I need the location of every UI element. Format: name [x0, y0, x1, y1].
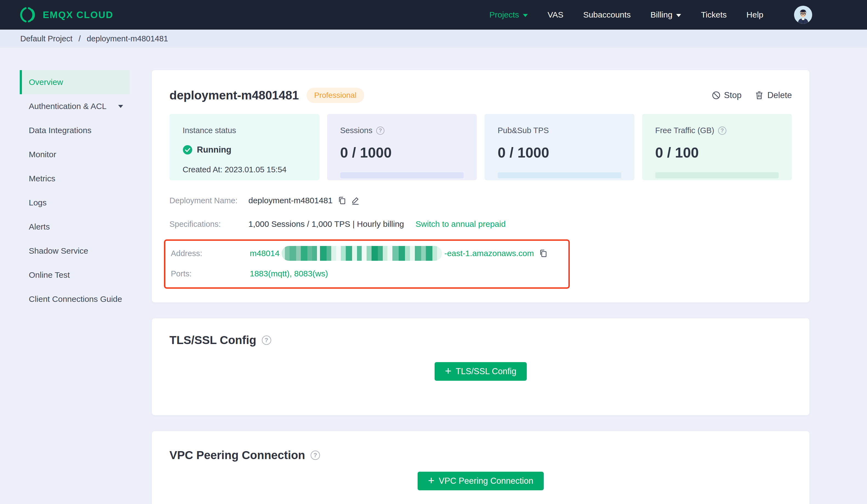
- tls-ssl-card: TLS/SSL Config ? + TLS/SSL Config: [152, 318, 810, 415]
- tps-value: 0 / 1000: [497, 144, 621, 161]
- address-redacted-mosaic: [281, 246, 442, 261]
- ports-label: Ports:: [171, 269, 250, 278]
- chevron-down-icon: [523, 14, 528, 17]
- chevron-down-icon: [676, 14, 681, 17]
- top-navbar: EMQX CLOUD Projects VAS Subaccounts Bill…: [0, 0, 867, 30]
- stop-button[interactable]: Stop: [711, 90, 742, 100]
- traffic-progressbar: [655, 172, 779, 178]
- instance-status-label: Instance status: [183, 126, 236, 135]
- tls-ssl-title: TLS/SSL Config: [170, 333, 256, 347]
- address-label: Address:: [171, 249, 250, 258]
- sidebar-item-data-integrations[interactable]: Data Integrations: [20, 118, 130, 142]
- sidebar-item-monitor[interactable]: Monitor: [20, 142, 130, 166]
- brand-name: EMQX CLOUD: [43, 9, 113, 20]
- nav-tickets[interactable]: Tickets: [701, 10, 727, 20]
- nav-help[interactable]: Help: [746, 10, 763, 20]
- vpc-peering-title: VPC Peering Connection: [170, 449, 305, 462]
- address-prefix: m48014: [250, 249, 279, 258]
- sidebar-item-overview[interactable]: Overview: [20, 70, 130, 94]
- breadcrumb-separator: /: [78, 34, 81, 43]
- help-icon[interactable]: ?: [262, 336, 271, 345]
- sidebar-item-authentication-acl[interactable]: Authentication & ACL: [20, 94, 130, 118]
- sessions-card: Sessions ? 0 / 1000: [327, 114, 477, 180]
- add-vpc-peering-button[interactable]: + VPC Peering Connection: [418, 472, 544, 490]
- breadcrumb-page: deployment-m4801481: [87, 34, 168, 43]
- vpc-peering-card: VPC Peering Connection ? + VPC Peering C…: [152, 431, 810, 504]
- deployment-overview-card: deployment-m4801481 Professional Stop De…: [152, 70, 810, 303]
- deployment-name-value: deployment-m4801481: [248, 196, 333, 205]
- ports-value: 1883(mqtt), 8083(ws): [250, 269, 328, 278]
- trash-icon: [754, 91, 764, 100]
- breadcrumb: Default Project / deployment-m4801481: [0, 30, 867, 48]
- nav-billing[interactable]: Billing: [650, 10, 681, 20]
- created-at: Created At: 2023.01.05 15:54: [183, 165, 306, 174]
- nav-subaccounts[interactable]: Subaccounts: [583, 10, 631, 20]
- copy-icon[interactable]: [539, 249, 548, 258]
- help-icon[interactable]: ?: [718, 127, 726, 135]
- chevron-down-icon: [118, 105, 123, 108]
- sidebar-item-online-test[interactable]: Online Test: [20, 263, 130, 287]
- nav-vas[interactable]: VAS: [548, 10, 564, 20]
- pubsub-tps-card: Pub&Sub TPS 0 / 1000: [484, 114, 634, 180]
- check-circle-icon: [183, 145, 192, 155]
- sidebar-item-alerts[interactable]: Alerts: [20, 215, 130, 239]
- avatar-illustration: [794, 6, 812, 24]
- traffic-value: 0 / 100: [655, 144, 779, 161]
- annotation-highlight: Address: m48014 -east-1.amazonaws.com Po…: [164, 239, 570, 289]
- edit-icon[interactable]: [351, 196, 360, 205]
- tps-progressbar: [497, 172, 621, 178]
- sessions-value: 0 / 1000: [340, 144, 464, 161]
- switch-annual-prepaid-link[interactable]: Switch to annual prepaid: [416, 219, 506, 229]
- specifications-value: 1,000 Sessions / 1,000 TPS | Hourly bill…: [248, 219, 404, 229]
- address-suffix: -east-1.amazonaws.com: [444, 249, 534, 258]
- sidebar-item-shadow-service[interactable]: Shadow Service: [20, 239, 130, 263]
- add-tls-ssl-config-button[interactable]: + TLS/SSL Config: [435, 362, 527, 381]
- sidebar: Overview Authentication & ACL Data Integ…: [0, 70, 152, 504]
- status-badge: Running: [197, 145, 232, 155]
- sidebar-item-metrics[interactable]: Metrics: [20, 166, 130, 191]
- stats-row: Instance status Running Created At: 2023…: [170, 114, 792, 180]
- help-icon[interactable]: ?: [311, 451, 320, 460]
- sidebar-item-client-connections-guide[interactable]: Client Connections Guide: [20, 287, 130, 311]
- instance-status-card: Instance status Running Created At: 2023…: [170, 114, 319, 180]
- sidebar-item-logs[interactable]: Logs: [20, 191, 130, 215]
- user-avatar[interactable]: [794, 6, 812, 24]
- specifications-label: Specifications:: [170, 220, 248, 229]
- top-nav: Projects VAS Subaccounts Billing Tickets…: [490, 6, 812, 24]
- copy-icon[interactable]: [338, 196, 346, 205]
- breadcrumb-project[interactable]: Default Project: [20, 34, 72, 43]
- emqx-logo-icon: [20, 6, 37, 23]
- deployment-title: deployment-m4801481: [170, 88, 299, 102]
- delete-button[interactable]: Delete: [754, 90, 792, 100]
- free-traffic-card: Free Traffic (GB) ? 0 / 100: [642, 114, 792, 180]
- stop-icon: [711, 91, 721, 100]
- plan-badge: Professional: [307, 88, 364, 103]
- deployment-name-label: Deployment Name:: [170, 196, 248, 205]
- sessions-progressbar: [340, 172, 464, 178]
- brand-logo[interactable]: EMQX CLOUD: [20, 6, 113, 23]
- help-icon[interactable]: ?: [376, 127, 384, 135]
- nav-projects[interactable]: Projects: [490, 10, 528, 20]
